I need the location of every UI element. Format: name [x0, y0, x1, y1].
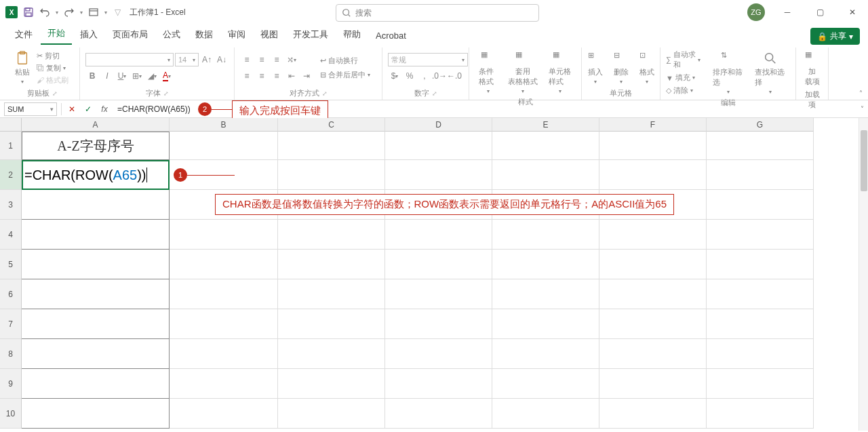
expand-formula-bar-icon[interactable]: ˅ — [861, 105, 864, 113]
undo-dropdown-icon[interactable]: ▾ — [56, 9, 58, 16]
copy-button[interactable]: ⿻ 复制 ▾ — [37, 62, 68, 74]
cell-A5[interactable] — [22, 250, 170, 279]
percent-icon[interactable]: % — [403, 69, 416, 83]
cell-B9[interactable] — [170, 369, 278, 399]
redo-dropdown-icon[interactable]: ▾ — [80, 9, 83, 16]
tab-layout[interactable]: 页面布局 — [106, 24, 155, 45]
row-header-3[interactable]: 3 — [0, 190, 22, 220]
align-left-icon[interactable]: ≡ — [240, 69, 254, 83]
cell-G1[interactable] — [707, 132, 814, 160]
cell-D5[interactable] — [385, 250, 492, 279]
align-center-icon[interactable]: ≡ — [255, 69, 269, 83]
cell-F7[interactable] — [599, 309, 707, 339]
col-header-B[interactable]: B — [170, 118, 278, 132]
cell-C6[interactable] — [278, 279, 385, 309]
cell-F1[interactable] — [599, 132, 707, 160]
paste-button[interactable]: 粘贴▾ — [11, 50, 34, 86]
col-header-A[interactable]: A — [22, 118, 170, 132]
cell-G3[interactable] — [707, 190, 814, 220]
delete-cells-button[interactable]: ⊟删除▾ — [610, 50, 633, 86]
minimize-button[interactable]: ─ — [777, 2, 797, 22]
cell-F6[interactable] — [599, 279, 707, 309]
indent-decrease-icon[interactable]: ⇤ — [285, 69, 298, 83]
search-input[interactable]: 搜索 — [336, 4, 539, 22]
row-header-4[interactable]: 4 — [0, 220, 22, 250]
addins-button[interactable]: ▦加 载项 — [801, 49, 824, 88]
cell-A7[interactable] — [22, 309, 170, 339]
cell-G10[interactable] — [707, 399, 814, 429]
cell-C2[interactable] — [278, 160, 385, 190]
comma-icon[interactable]: , — [418, 69, 431, 83]
cell-B1[interactable] — [170, 132, 278, 160]
cell-C5[interactable] — [278, 250, 385, 279]
tab-help[interactable]: 帮助 — [336, 24, 368, 45]
sort-filter-button[interactable]: ⇅排序和筛选▾ — [709, 50, 748, 96]
fill-button[interactable]: ▼ 填充 ▾ — [666, 72, 701, 83]
format-cells-button[interactable]: ⊡格式▾ — [635, 50, 658, 86]
cut-button[interactable]: ✂ 剪切 — [37, 50, 68, 62]
tab-file[interactable]: 文件 — [8, 24, 39, 45]
name-box[interactable]: SUM▾ — [4, 102, 57, 116]
cell-A4[interactable] — [22, 220, 170, 250]
cell-D6[interactable] — [385, 279, 492, 309]
align-right-icon[interactable]: ≡ — [270, 69, 283, 83]
cell-B10[interactable] — [170, 399, 278, 429]
cell-D2[interactable] — [385, 160, 492, 190]
row-header-6[interactable]: 6 — [0, 279, 22, 309]
select-all-corner[interactable] — [0, 118, 22, 132]
cell-E7[interactable] — [492, 309, 599, 339]
fill-color-button[interactable]: ◢▾ — [145, 69, 159, 83]
cell-G8[interactable] — [707, 339, 814, 369]
cell-style-button[interactable]: ▦单元格样式▾ — [545, 49, 576, 96]
increase-font-icon[interactable]: A↑ — [200, 53, 214, 66]
cell-B6[interactable] — [170, 279, 278, 309]
cell-C7[interactable] — [278, 309, 385, 339]
cell-E6[interactable] — [492, 279, 599, 309]
col-header-C[interactable]: C — [278, 118, 385, 132]
tab-view[interactable]: 视图 — [254, 24, 285, 45]
row-header-9[interactable]: 9 — [0, 369, 22, 399]
tab-insert[interactable]: 插入 — [73, 24, 104, 45]
cell-F9[interactable] — [599, 369, 707, 399]
align-launcher-icon[interactable]: ⤢ — [322, 90, 328, 97]
cell-C8[interactable] — [278, 339, 385, 369]
cell-B8[interactable] — [170, 339, 278, 369]
align-middle-icon[interactable]: ≡ — [255, 53, 269, 66]
cell-F8[interactable] — [599, 339, 707, 369]
cell-C10[interactable] — [278, 399, 385, 429]
number-format-select[interactable]: 常规▾ — [388, 53, 468, 66]
cell-D10[interactable] — [385, 399, 492, 429]
col-header-G[interactable]: G — [707, 118, 814, 132]
maximize-button[interactable]: ▢ — [810, 2, 830, 22]
cell-E2[interactable] — [492, 160, 599, 190]
format-painter-button[interactable]: 🖌 格式刷 — [37, 75, 68, 86]
row-header-10[interactable]: 10 — [0, 399, 22, 429]
tab-acrobat[interactable]: Acrobat — [369, 26, 413, 45]
cell-G5[interactable] — [707, 250, 814, 279]
cell-E8[interactable] — [492, 339, 599, 369]
save-icon[interactable] — [23, 7, 34, 18]
cell-B5[interactable] — [170, 250, 278, 279]
font-launcher-icon[interactable]: ⤢ — [163, 90, 169, 97]
cell-E1[interactable] — [492, 132, 599, 160]
align-top-icon[interactable]: ≡ — [240, 53, 254, 66]
cell-E4[interactable] — [492, 220, 599, 250]
cell-G2[interactable] — [707, 160, 814, 190]
merge-center-button[interactable]: ⊟ 合并后居中 ▾ — [320, 69, 370, 81]
cell-C4[interactable] — [278, 220, 385, 250]
cell-G6[interactable] — [707, 279, 814, 309]
cell-E9[interactable] — [492, 369, 599, 399]
decrease-decimal-icon[interactable]: ←.0 — [448, 69, 461, 83]
row-header-7[interactable]: 7 — [0, 309, 22, 339]
share-button[interactable]: 🔒 共享 ▾ — [810, 28, 860, 45]
col-header-E[interactable]: E — [492, 118, 599, 132]
cell-A2-editing[interactable]: =CHAR(ROW(A65)) — [22, 160, 170, 190]
confirm-formula-icon[interactable]: ✓ — [82, 103, 94, 115]
currency-icon[interactable]: $▾ — [388, 69, 401, 83]
cell-B4[interactable] — [170, 220, 278, 250]
fx-icon[interactable]: fx — [98, 103, 111, 115]
tab-home[interactable]: 开始 — [41, 23, 72, 45]
cell-G9[interactable] — [707, 369, 814, 399]
cell-A1[interactable]: A-Z字母序号 — [22, 132, 170, 160]
vertical-scrollbar[interactable] — [859, 118, 868, 431]
